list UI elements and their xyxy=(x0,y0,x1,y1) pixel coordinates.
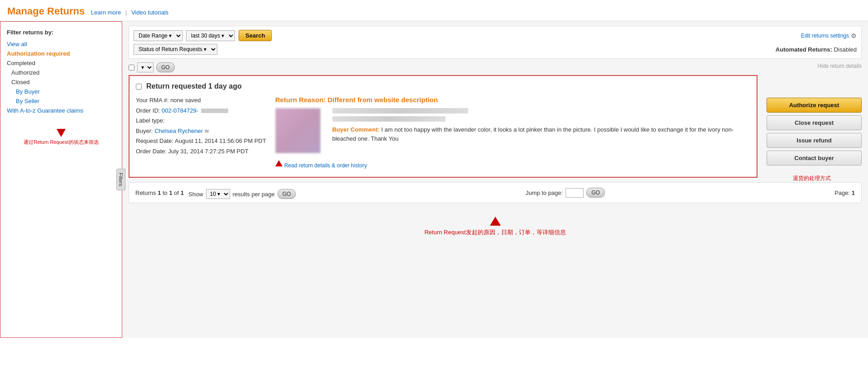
authorize-request-button[interactable]: Authorize request xyxy=(767,98,862,113)
action-buttons: Authorize request Close request Issue re… xyxy=(762,98,862,166)
sidebar-item-closed[interactable]: Closed xyxy=(0,77,122,87)
order-date-row: Order Date: July 31, 2014 7:27:25 PM PDT xyxy=(136,147,266,156)
hide-details-container: Hide return details xyxy=(818,63,862,69)
video-tutorials-link[interactable]: Video tutorials xyxy=(131,9,168,16)
arrow-up-icon xyxy=(275,160,283,166)
return-card-title: Return requested 1 day ago xyxy=(146,82,242,90)
return-details-col: Return Reason: Different from website de… xyxy=(275,96,750,169)
request-date-row: Request Date: August 11, 2014 11:56:06 P… xyxy=(136,137,266,146)
date-range-value-select[interactable]: last 30 days ▾ last 7 days last 60 days … xyxy=(186,30,235,41)
toolbar-row-search: Date Range ▾ last 30 days ▾ last 7 days … xyxy=(134,30,857,41)
order-id-label: Order ID: xyxy=(136,107,160,114)
return-card-body: Your RMA #: none saved Order ID: 002-078… xyxy=(136,96,750,169)
buyer-comment-label: Buyer Comment: xyxy=(332,126,380,133)
return-card: Return requested 1 day ago Your RMA #: n… xyxy=(129,75,758,178)
page-label: Page: xyxy=(834,189,850,196)
date-range-select[interactable]: Date Range ▾ xyxy=(134,30,182,41)
page-indicator: Page: 1 xyxy=(834,189,855,196)
buyer-comment-text: I am not too happy with the lavender col… xyxy=(332,126,734,142)
action-annotation: 退货的处理方式 xyxy=(762,175,862,182)
sidebar-annotation: 通过Return Request的状态来筛选 xyxy=(0,115,122,150)
range-end: 1 xyxy=(169,189,172,196)
divider: | xyxy=(125,9,127,16)
show-label: Show xyxy=(188,191,203,198)
rma-value: none saved xyxy=(170,97,201,104)
action-row: ▾ GO Hide return details xyxy=(129,62,862,72)
bulk-go-button[interactable]: GO xyxy=(156,62,175,72)
gear-icon: ⚙ xyxy=(851,32,857,39)
sidebar-annotation-text: 通过Return Request的状态来筛选 xyxy=(5,139,117,146)
rma-label: Your RMA #: xyxy=(136,97,169,104)
buyer-link[interactable]: Chelsea Rychener xyxy=(154,128,203,134)
edit-returns-settings-anchor[interactable]: Edit returns settings xyxy=(801,33,849,39)
sidebar-item-a-to-z[interactable]: With A-to-z Guarantee claims xyxy=(0,106,122,115)
learn-more-link[interactable]: Learn more xyxy=(91,9,121,16)
select-all-checkbox[interactable] xyxy=(129,65,134,71)
sidebar-title: Filter returns by: xyxy=(0,26,122,39)
close-request-button[interactable]: Close request xyxy=(767,115,862,130)
sidebar: Filter returns by: View all Authorizatio… xyxy=(0,21,122,338)
label-type-row: Label type: xyxy=(136,116,266,125)
email-icon: ✉ xyxy=(205,128,209,134)
header-links: Learn more | Video tutorials xyxy=(91,9,168,16)
return-reason-body: Buyer Comment: I am not too happy with t… xyxy=(275,108,750,153)
main-layout: Filter returns by: View all Authorizatio… xyxy=(0,21,868,338)
filters-tab[interactable]: Filters xyxy=(116,169,125,190)
hide-return-details-link[interactable]: Hide return details xyxy=(818,63,862,69)
sidebar-item-by-seller[interactable]: By Seller xyxy=(0,96,122,106)
return-info: Your RMA #: none saved Order ID: 002-078… xyxy=(136,96,266,169)
label-type-label: Label type: xyxy=(136,117,165,124)
return-checkbox[interactable] xyxy=(136,84,142,90)
search-button[interactable]: Search xyxy=(239,30,272,41)
sidebar-item-completed[interactable]: Completed xyxy=(0,58,122,68)
sidebar-item-authorized[interactable]: Authorized xyxy=(0,68,122,77)
contact-buyer-button[interactable]: Contact buyer xyxy=(767,151,862,166)
blurred-text-1 xyxy=(332,108,468,114)
range-start: 1 xyxy=(158,189,161,196)
return-card-container: Return requested 1 day ago Your RMA #: n… xyxy=(129,75,862,182)
return-card-header: Return requested 1 day ago xyxy=(136,82,750,90)
order-id-row: Order ID: 002-0784729- xyxy=(136,106,266,115)
automated-returns: Automated Returns: Disabled xyxy=(776,46,857,53)
buyer-comment: Buyer Comment: I am not too happy with t… xyxy=(332,125,750,143)
edit-returns-settings-link[interactable]: Edit returns settings ⚙ xyxy=(801,32,857,39)
show-row: Show 10 ▾ 25 50 results per page GO xyxy=(188,189,296,199)
jump-label: Jump to page: xyxy=(526,189,563,196)
bottom-annotation: Return Request发起的原因，日期，订单，等详细信息 xyxy=(129,217,862,237)
checkbox-row: ▾ GO xyxy=(129,62,175,72)
bulk-action-select[interactable]: ▾ xyxy=(137,62,153,72)
show-go-button[interactable]: GO xyxy=(278,189,296,199)
status-filter-select[interactable]: Status of Return Requests ▾ xyxy=(134,44,217,55)
product-image xyxy=(275,108,321,153)
read-return-row: Read return details & order history xyxy=(275,158,750,169)
automated-returns-label: Automated Returns: xyxy=(776,46,832,53)
pagination-bar: Returns 1 to 1 of 1 Show 10 ▾ 25 50 resu… xyxy=(129,182,862,203)
issue-refund-button[interactable]: Issue refund xyxy=(767,133,862,148)
buyer-row: Buyer: Chelsea Rychener ✉ xyxy=(136,127,266,136)
action-panel: Authorize request Close request Issue re… xyxy=(762,75,862,182)
request-date-label: Request Date: xyxy=(136,137,173,144)
results-per-page-select[interactable]: 10 ▾ 25 50 xyxy=(206,189,230,199)
total: 1 xyxy=(181,189,184,196)
sidebar-item-by-buyer[interactable]: By Buyer xyxy=(0,87,122,96)
results-text: Returns 1 to 1 of 1 xyxy=(135,189,184,196)
product-blurred-info: Buyer Comment: I am not too happy with t… xyxy=(332,108,750,153)
arrow-up-large-icon xyxy=(490,217,501,226)
order-date-value: July 31, 2014 7:27:25 PM PDT xyxy=(168,148,249,155)
order-id-blurred xyxy=(201,109,228,113)
page-value: 1 xyxy=(852,189,855,196)
return-reason-title: Return Reason: Different from website de… xyxy=(275,96,750,104)
toolbar-row-status: Status of Return Requests ▾ Automated Re… xyxy=(134,44,857,55)
results-per-page-label: results per page xyxy=(233,191,275,198)
buyer-label: Buyer: xyxy=(136,128,153,134)
read-return-link[interactable]: Read return details & order history xyxy=(284,162,367,169)
order-id-link[interactable]: 002-0784729- xyxy=(162,107,198,114)
sidebar-item-view-all[interactable]: View all xyxy=(0,39,122,49)
jump-go-button[interactable]: GO xyxy=(586,188,605,198)
automated-returns-value: Disabled xyxy=(834,46,857,53)
order-date-label: Order Date: xyxy=(136,148,167,155)
rma-row: Your RMA #: none saved xyxy=(136,96,266,105)
sidebar-item-authorization-required[interactable]: Authorization required xyxy=(0,49,122,58)
jump-input[interactable]: 1 xyxy=(566,188,584,198)
page-title: Manage Returns xyxy=(7,5,85,17)
